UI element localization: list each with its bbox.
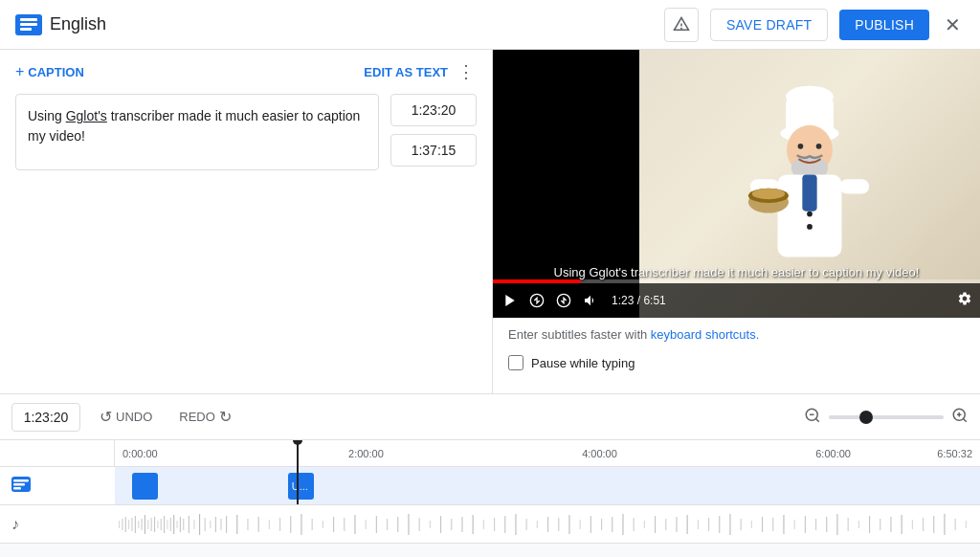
svg-rect-82 [440, 516, 441, 533]
caption-text-prefix: Using [28, 108, 66, 123]
timeline-area: 0:00:00 2:00:00 4:00:00 6:00:00 6:50:32 [0, 440, 980, 557]
ruler-mark-1: 2:00:00 [348, 448, 384, 459]
plus-icon: + [15, 63, 24, 80]
svg-rect-73 [344, 518, 345, 531]
svg-rect-121 [858, 521, 859, 528]
svg-rect-89 [515, 514, 516, 535]
ruler-cursor [297, 440, 299, 467]
svg-rect-110 [741, 519, 742, 530]
ruler-mark-4: 6:50:32 [937, 448, 972, 459]
forward-button[interactable] [554, 291, 573, 310]
zoom-slider[interactable] [829, 415, 944, 419]
svg-point-19 [797, 144, 803, 149]
svg-rect-103 [665, 519, 666, 530]
svg-rect-81 [430, 521, 431, 528]
video-controls: 1:23 / 6:51 [493, 283, 980, 318]
zoom-controls [804, 407, 969, 428]
svg-rect-116 [805, 516, 806, 533]
end-time-input[interactable]: 1:37:15 [390, 134, 477, 167]
svg-rect-77 [387, 519, 388, 530]
more-options-button[interactable]: ⋮ [456, 61, 477, 82]
svg-rect-122 [869, 516, 870, 533]
svg-rect-99 [622, 514, 623, 535]
time-display: 1:23 / 6:51 [612, 294, 666, 307]
svg-rect-34 [119, 521, 120, 528]
ruler-content: 0:00:00 2:00:00 4:00:00 6:00:00 6:50:32 [115, 440, 980, 466]
play-button[interactable] [501, 291, 520, 310]
start-time-input[interactable]: 1:23:20 [390, 94, 477, 126]
timeline-ruler: 0:00:00 2:00:00 4:00:00 6:00:00 6:50:32 [0, 440, 980, 467]
keyboard-shortcuts-link[interactable]: keyboard shortcuts. [651, 327, 759, 342]
svg-rect-80 [419, 518, 420, 531]
svg-point-4 [681, 28, 682, 29]
rewind-button[interactable] [527, 291, 546, 310]
svg-point-18 [752, 189, 785, 199]
caption-block-1[interactable] [132, 473, 158, 500]
close-button[interactable]: ✕ [941, 10, 965, 40]
svg-rect-93 [558, 518, 559, 531]
add-caption-button[interactable]: + CAPTION [15, 63, 84, 80]
svg-rect-64 [247, 519, 248, 530]
svg-rect-107 [708, 518, 709, 531]
redo-icon: ↻ [219, 408, 232, 426]
caption-entry: Using Gglot's transcriber made it much e… [15, 94, 477, 170]
right-panel: Using Gglot's transcriber made it much e… [493, 50, 980, 393]
caption-toolbar-right: EDIT AS TEXT ⋮ [364, 61, 477, 82]
svg-rect-100 [634, 518, 635, 531]
svg-rect-50 [170, 518, 171, 531]
svg-rect-113 [772, 518, 773, 531]
caption-track[interactable]: U... [115, 467, 980, 505]
svg-rect-95 [580, 520, 581, 529]
svg-rect-76 [376, 516, 377, 533]
svg-rect-38 [131, 518, 132, 531]
save-draft-button[interactable]: SAVE DRAFT [710, 9, 828, 41]
svg-point-13 [807, 224, 813, 230]
svg-rect-53 [180, 517, 181, 532]
svg-rect-55 [189, 516, 189, 533]
svg-rect-123 [880, 519, 880, 530]
svg-rect-78 [397, 517, 398, 532]
svg-rect-58 [205, 518, 206, 531]
svg-rect-48 [164, 516, 165, 533]
svg-rect-84 [461, 517, 462, 532]
volume-button[interactable] [581, 291, 600, 310]
svg-rect-49 [167, 520, 167, 529]
zoom-in-button[interactable] [951, 407, 969, 428]
svg-rect-32 [13, 483, 25, 486]
caption-toolbar: + CAPTION EDIT AS TEXT ⋮ [15, 61, 477, 82]
svg-rect-54 [183, 519, 184, 530]
publish-button[interactable]: PUBLISH [839, 10, 929, 40]
svg-rect-40 [138, 521, 139, 528]
svg-rect-130 [955, 519, 956, 530]
redo-button[interactable]: REDO ↻ [171, 404, 239, 430]
svg-rect-57 [199, 514, 200, 535]
undo-button[interactable]: ↺ UNDO [92, 404, 160, 430]
svg-rect-36 [125, 517, 126, 532]
undo-icon: ↺ [100, 408, 112, 426]
zoom-out-button[interactable] [804, 407, 821, 428]
svg-rect-72 [333, 517, 334, 532]
alert-button[interactable] [664, 8, 699, 42]
svg-rect-39 [135, 516, 136, 533]
svg-rect-0 [20, 18, 37, 21]
svg-rect-127 [923, 518, 924, 531]
svg-line-24 [815, 418, 818, 421]
ruler-mark-0: 0:00:00 [122, 448, 158, 459]
svg-rect-44 [151, 518, 152, 531]
svg-rect-75 [366, 520, 367, 529]
svg-rect-37 [128, 520, 129, 529]
caption-text-field[interactable]: Using Gglot's transcriber made it much e… [15, 94, 379, 170]
svg-rect-59 [210, 521, 211, 528]
edit-as-text-button[interactable]: EDIT AS TEXT [364, 65, 448, 79]
svg-rect-104 [676, 517, 677, 532]
audio-waveform [119, 511, 976, 538]
svg-rect-115 [794, 520, 795, 529]
ruler-label-spacer [0, 440, 115, 466]
pause-while-typing-checkbox[interactable] [508, 355, 523, 370]
settings-button[interactable] [957, 291, 972, 310]
svg-point-7 [786, 86, 834, 108]
caption-block-2[interactable]: U... [288, 473, 314, 500]
svg-rect-87 [494, 518, 495, 531]
caption-track-label [0, 467, 115, 505]
svg-rect-65 [258, 517, 259, 532]
